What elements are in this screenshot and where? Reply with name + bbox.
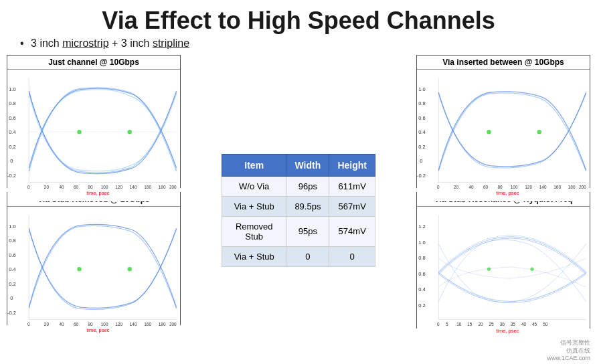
svg-text:time, psec: time, psec <box>86 190 109 196</box>
svg-text:35: 35 <box>511 322 516 327</box>
svg-point-21 <box>77 130 81 134</box>
svg-text:0: 0 <box>437 185 440 189</box>
svg-text:200: 200 <box>579 185 586 189</box>
chart-stub-removed-area: 1.0 0.8 0.6 0.4 0.2 0 -0.2 0 20 40 60 80… <box>7 207 180 339</box>
comparison-table: Item Width Height W/o Via 96ps 611mV Via… <box>222 154 375 267</box>
svg-text:40: 40 <box>468 185 474 189</box>
row1-item: W/o Via <box>222 176 286 196</box>
svg-point-68 <box>537 130 541 134</box>
svg-text:time, psec: time, psec <box>496 190 519 196</box>
row1-width: 96ps <box>286 176 329 196</box>
svg-text:20: 20 <box>44 185 50 189</box>
row1-height: 611mV <box>329 176 375 196</box>
svg-text:-0.2: -0.2 <box>7 173 16 179</box>
svg-text:45: 45 <box>532 322 537 327</box>
svg-text:0.6: 0.6 <box>9 115 15 121</box>
svg-text:200: 200 <box>169 185 177 189</box>
svg-text:0.6: 0.6 <box>418 115 425 121</box>
svg-text:180: 180 <box>159 322 166 327</box>
svg-text:-0.2: -0.2 <box>7 310 16 316</box>
row2-width: 89.5ps <box>286 196 329 216</box>
page-title: Via Effect to High Speed Channels <box>0 0 597 37</box>
svg-text:40: 40 <box>59 185 64 189</box>
svg-text:0.4: 0.4 <box>9 266 15 272</box>
svg-text:120: 120 <box>115 185 122 189</box>
svg-text:0.6: 0.6 <box>418 271 425 277</box>
svg-text:1.0: 1.0 <box>9 86 15 92</box>
svg-text:100: 100 <box>101 185 108 189</box>
svg-text:80: 80 <box>497 185 503 189</box>
svg-text:180: 180 <box>159 185 166 189</box>
svg-text:-0.2: -0.2 <box>417 173 426 179</box>
svg-point-89 <box>487 267 491 270</box>
row3-height: 574mV <box>329 216 375 246</box>
col-header-width: Width <box>286 154 329 176</box>
svg-point-44 <box>77 267 81 271</box>
svg-text:1.0: 1.0 <box>418 240 425 246</box>
svg-point-90 <box>530 267 533 270</box>
table-row: Removed Stub 95ps 574mV <box>222 216 375 246</box>
row2-height: 567mV <box>329 196 375 216</box>
chart-via-inserted: Via inserted between @ 10Gbps 1.0 0.8 0.… <box>416 55 590 188</box>
svg-text:200: 200 <box>169 322 177 327</box>
svg-text:1.0: 1.0 <box>9 223 15 230</box>
left-column: Just channel @ 10Gbps 1.0 0.8 0.6 0.4 0.… <box>7 55 181 364</box>
svg-text:140: 140 <box>130 322 137 327</box>
watermark: 信号完整性 仿真在线 www.1CAE.com <box>547 339 590 363</box>
row4-item: Via + Stub <box>222 246 286 266</box>
svg-text:5: 5 <box>446 322 448 327</box>
svg-text:0.2: 0.2 <box>418 144 425 150</box>
chart-stub-resonance: Via Stub Resonance @ Nyquist Freq 1.2 1.… <box>416 192 590 329</box>
svg-text:100: 100 <box>511 185 518 189</box>
svg-text:0: 0 <box>437 322 440 327</box>
svg-text:0: 0 <box>420 158 422 164</box>
svg-text:0.4: 0.4 <box>418 286 425 292</box>
svg-text:140: 140 <box>130 185 137 189</box>
svg-text:160: 160 <box>553 185 561 189</box>
table-row: Via + Stub 0 0 <box>222 246 375 266</box>
svg-text:1.2: 1.2 <box>418 223 425 230</box>
svg-text:0.8: 0.8 <box>418 100 425 106</box>
svg-text:80: 80 <box>88 322 93 327</box>
svg-text:0: 0 <box>10 295 13 301</box>
col-header-height: Height <box>329 154 375 176</box>
svg-text:60: 60 <box>74 322 79 327</box>
row2-item: Via + Stub <box>222 196 286 216</box>
chart-via-inserted-area: 1.0 0.8 0.6 0.4 0.2 0 -0.2 0 20 40 60 80… <box>417 70 590 201</box>
right-column: Via inserted between @ 10Gbps 1.0 0.8 0.… <box>416 55 590 364</box>
svg-text:160: 160 <box>144 322 151 327</box>
row3-width: 95ps <box>286 216 329 246</box>
svg-text:25: 25 <box>489 322 495 327</box>
svg-text:140: 140 <box>539 185 547 189</box>
chart-stub-resonance-area: 1.2 1.0 0.8 0.6 0.4 0.2 0 5 10 15 20 25 … <box>417 207 590 342</box>
svg-text:160: 160 <box>144 185 151 189</box>
svg-text:20: 20 <box>454 185 459 189</box>
svg-text:80: 80 <box>88 185 93 189</box>
svg-text:50: 50 <box>543 322 548 327</box>
col-header-item: Item <box>222 154 286 176</box>
svg-text:30: 30 <box>500 322 505 327</box>
chart-via-inserted-label: Via inserted between @ 10Gbps <box>417 56 590 70</box>
svg-text:60: 60 <box>483 185 489 189</box>
svg-text:100: 100 <box>101 322 108 327</box>
row4-height: 0 <box>329 246 375 266</box>
svg-text:20: 20 <box>44 322 50 327</box>
svg-text:0.2: 0.2 <box>9 281 15 287</box>
svg-text:0.8: 0.8 <box>9 100 15 106</box>
data-table-container: Item Width Height W/o Via 96ps 611mV Via… <box>186 55 411 364</box>
chart-just-channel-area: 1.0 0.8 0.6 0.4 0.2 0 -0.2 0 20 40 60 80… <box>7 70 180 201</box>
svg-text:15: 15 <box>467 322 473 327</box>
svg-text:180: 180 <box>568 185 576 189</box>
svg-text:10: 10 <box>456 322 462 327</box>
chart-just-channel: Just channel @ 10Gbps 1.0 0.8 0.6 0.4 0.… <box>7 55 181 188</box>
svg-text:1.0: 1.0 <box>418 86 425 92</box>
svg-text:0.8: 0.8 <box>9 238 15 244</box>
chart-stub-removed: Via Stub Removed @ 10Gbps 1.0 0.8 0.6 0.… <box>7 192 181 325</box>
svg-text:0.8: 0.8 <box>418 255 425 261</box>
svg-point-22 <box>128 130 132 134</box>
svg-text:0: 0 <box>10 158 13 164</box>
subtitle: • 3 inch microstrip + 3 inch stripline <box>0 37 597 55</box>
svg-text:0.2: 0.2 <box>418 302 425 308</box>
svg-text:0.4: 0.4 <box>9 129 15 135</box>
svg-text:60: 60 <box>74 185 79 189</box>
